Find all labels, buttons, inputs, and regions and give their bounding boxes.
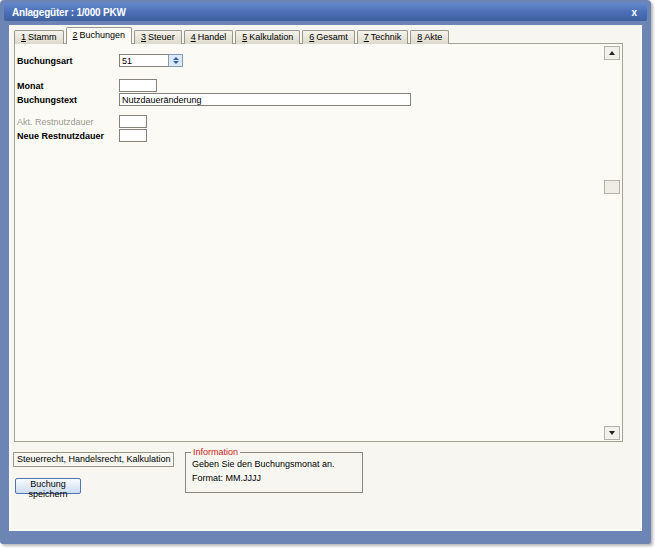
neue-restnutzdauer-label: Neue Restnutzdauer — [17, 131, 104, 141]
title-bar: Anlagegüter : 1/000 PKW x — [4, 3, 647, 21]
information-line-2: Format: MM.JJJJ — [192, 473, 261, 483]
arrow-down-icon — [609, 431, 615, 435]
tab-label: Akte — [424, 32, 442, 42]
scrollbar-thumb[interactable] — [604, 180, 620, 194]
tab-label: Technik — [371, 32, 402, 42]
buchungstext-input[interactable] — [119, 93, 411, 106]
monat-input[interactable] — [119, 79, 157, 92]
tab-2-buchungen[interactable]: 2Buchungen — [66, 27, 133, 44]
monat-label: Monat — [17, 81, 44, 91]
tab-3-steuer[interactable]: 3Steuer — [134, 30, 182, 44]
akt-restnutzdauer-label: Akt. Restnutzdauer — [17, 117, 94, 127]
tab-hotkey: 7 — [364, 32, 369, 42]
app-window: Anlagegüter : 1/000 PKW x 1Stamm 2Buchun… — [0, 0, 651, 544]
tab-label: Gesamt — [316, 32, 348, 42]
tab-label: Steuer — [148, 32, 175, 42]
tab-hotkey: 8 — [417, 32, 422, 42]
buchungstext-label: Buchungstext — [17, 95, 77, 105]
tab-label: Kalkulation — [249, 32, 293, 42]
information-line-1: Geben Sie den Buchungsmonat an. — [192, 459, 335, 469]
tab-strip: 1Stamm 2Buchungen 3Steuer 4Handel 5Kalku… — [14, 27, 451, 44]
tab-6-gesamt[interactable]: 6Gesamt — [302, 30, 355, 44]
akt-restnutzdauer-input[interactable] — [119, 115, 147, 128]
tab-label: Stamm — [28, 32, 57, 42]
tab-hotkey: 3 — [141, 32, 146, 42]
tab-hotkey: 1 — [21, 32, 26, 42]
spinner-down-icon — [173, 61, 179, 64]
buchungsart-label: Buchungsart — [17, 56, 73, 66]
tab-hotkey: 5 — [242, 32, 247, 42]
spinner-up-icon — [173, 57, 179, 60]
tab-8-akte[interactable]: 8Akte — [410, 30, 449, 44]
tab-5-kalkulation[interactable]: 5Kalkulation — [235, 30, 300, 44]
tab-hotkey: 6 — [309, 32, 314, 42]
tab-hotkey: 4 — [191, 32, 196, 42]
tab-hotkey: 2 — [73, 30, 78, 40]
scrollbar-up-button[interactable] — [604, 46, 620, 60]
information-title: Information — [191, 448, 240, 457]
buchungsart-spinner[interactable] — [168, 54, 183, 67]
buchungsart-input[interactable] — [119, 54, 169, 67]
tab-label: Handel — [198, 32, 227, 42]
scope-readonly-field: Steuerrecht, Handelsrecht, Kalkulation — [13, 452, 174, 467]
tab-7-technik[interactable]: 7Technik — [357, 30, 409, 44]
arrow-up-icon — [609, 51, 615, 55]
save-booking-button[interactable]: Buchung speichern — [15, 478, 81, 494]
information-groupbox: Information Geben Sie den Buchungsmonat … — [185, 452, 363, 493]
scrollbar-down-button[interactable] — [604, 426, 620, 440]
neue-restnutzdauer-input[interactable] — [119, 129, 147, 142]
window-title: Anlagegüter : 1/000 PKW — [4, 7, 631, 18]
close-icon[interactable]: x — [631, 7, 647, 18]
tab-1-stamm[interactable]: 1Stamm — [14, 30, 64, 44]
tab-4-handel[interactable]: 4Handel — [184, 30, 234, 44]
tab-label: Buchungen — [80, 30, 126, 40]
